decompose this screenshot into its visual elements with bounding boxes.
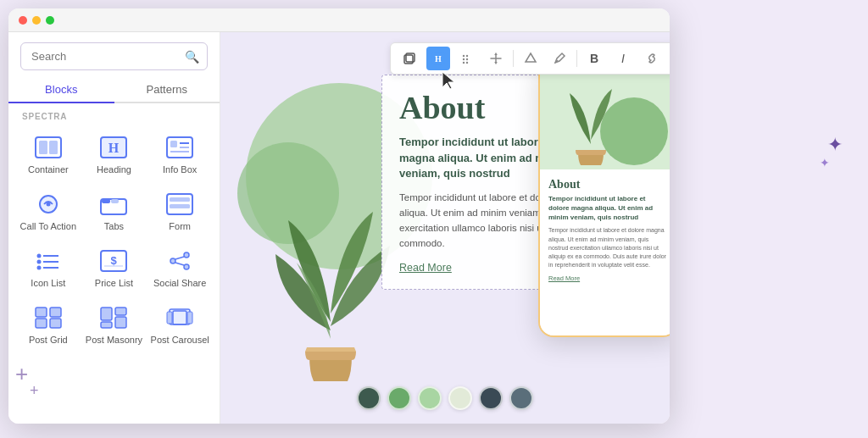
swatch-5[interactable]	[479, 386, 503, 410]
block-post-carousel[interactable]: Post Carousel	[147, 297, 213, 352]
plus-2: +	[30, 382, 39, 400]
svg-point-29	[184, 264, 189, 269]
sparkle-2: ✦	[820, 157, 830, 169]
heading-icon: H	[98, 135, 129, 160]
mobile-subtitle: Tempor incididunt ut labore et dolore ma…	[548, 195, 668, 222]
color-swatches	[357, 386, 533, 410]
plus-1: +	[15, 361, 28, 387]
block-container-label: Container	[28, 164, 69, 175]
block-social-share-label: Social Share	[153, 278, 206, 288]
sidebar: 🔍 Blocks Patterns SPECTRA Container	[8, 32, 220, 424]
svg-rect-16	[170, 197, 190, 202]
mobile-inner: About Tempor incididunt ut labore et dol…	[540, 59, 670, 335]
svg-line-31	[175, 263, 184, 265]
toolbar-more-options-button[interactable]	[669, 47, 670, 70]
block-container[interactable]: Container	[15, 126, 81, 181]
svg-point-48	[463, 55, 465, 57]
toolbar-copy-button[interactable]	[398, 47, 421, 70]
toolbar-move-button[interactable]	[455, 47, 479, 70]
mobile-read-more[interactable]: Read More	[548, 274, 668, 282]
browser-window: 🔍 Blocks Patterns SPECTRA Container	[8, 8, 670, 424]
svg-rect-36	[101, 308, 112, 320]
toolbar-divider-2	[576, 50, 577, 67]
svg-point-28	[184, 252, 189, 258]
block-tabs[interactable]: Tabs	[81, 183, 147, 238]
tab-patterns[interactable]: Patterns	[114, 77, 220, 102]
block-call-to-action-label: Call To Action	[20, 221, 76, 231]
block-info-box[interactable]: Info Box	[147, 126, 213, 181]
post-masonry-icon	[98, 305, 129, 330]
toolbar-link-button[interactable]	[640, 47, 664, 70]
svg-rect-32	[36, 308, 47, 317]
svg-point-49	[463, 58, 465, 60]
browser-titlebar	[8, 8, 670, 32]
svg-rect-37	[115, 308, 126, 315]
block-post-masonry[interactable]: Post Masonry	[81, 297, 147, 352]
svg-point-11	[46, 202, 50, 207]
svg-rect-13	[102, 199, 110, 203]
container-icon	[33, 135, 64, 160]
search-input[interactable]	[20, 42, 208, 70]
svg-text:$: $	[111, 254, 118, 267]
canvas-area[interactable]: H B I	[220, 32, 670, 424]
svg-point-22	[36, 266, 41, 270]
toolbar-italic-button[interactable]: I	[611, 47, 635, 70]
block-social-share[interactable]: Social Share	[147, 240, 213, 295]
sidebar-tabs: Blocks Patterns	[8, 77, 220, 103]
mobile-body: Tempor incididunt ut labore et dolore ma…	[548, 226, 668, 269]
mobile-preview: About Tempor incididunt ut labore et dol…	[538, 58, 670, 337]
traffic-light-red[interactable]	[19, 16, 27, 25]
section-label-spectra: SPECTRA	[8, 108, 220, 126]
traffic-light-green[interactable]	[46, 16, 54, 25]
toolbar-color-button[interactable]	[519, 47, 542, 70]
svg-rect-39	[115, 317, 126, 328]
block-icon-list[interactable]: Icon List	[15, 240, 81, 295]
block-info-box-label: Info Box	[163, 164, 197, 175]
toolbar-divider-1	[513, 50, 514, 67]
traffic-light-yellow[interactable]	[32, 16, 41, 25]
toolbar: H B I	[390, 42, 670, 75]
toolbar-heading-button[interactable]: H	[426, 47, 450, 70]
svg-rect-38	[101, 322, 112, 328]
svg-point-50	[463, 62, 465, 64]
svg-rect-42	[187, 312, 192, 324]
swatch-1[interactable]	[357, 386, 381, 410]
swatch-6[interactable]	[509, 386, 533, 410]
post-carousel-icon	[164, 305, 195, 330]
svg-rect-14	[111, 199, 119, 203]
svg-point-51	[466, 55, 468, 57]
svg-rect-35	[50, 319, 61, 328]
search-icon: 🔍	[185, 50, 199, 64]
block-call-to-action[interactable]: Call To Action	[15, 183, 81, 238]
swatch-3[interactable]	[418, 386, 442, 410]
browser-body: 🔍 Blocks Patterns SPECTRA Container	[8, 32, 670, 424]
mobile-title: About	[548, 178, 668, 191]
tabs-icon	[98, 191, 129, 217]
block-post-grid[interactable]: Post Grid	[15, 297, 81, 352]
search-bar: 🔍	[20, 42, 208, 70]
swatch-4[interactable]	[448, 386, 472, 410]
svg-rect-17	[170, 204, 190, 208]
block-heading-label: Heading	[97, 164, 131, 175]
toolbar-bold-button[interactable]: B	[582, 47, 606, 70]
cursor	[441, 70, 458, 91]
svg-point-52	[466, 58, 468, 60]
tab-blocks[interactable]: Blocks	[8, 77, 114, 103]
block-price-list[interactable]: $ Price List	[81, 240, 147, 295]
svg-rect-33	[50, 308, 61, 317]
svg-text:H: H	[108, 141, 120, 155]
social-share-icon	[164, 248, 195, 274]
svg-point-18	[36, 254, 41, 258]
svg-rect-1	[39, 141, 47, 154]
sparkle-1: ✦	[827, 136, 843, 154]
toolbar-arrows-button[interactable]	[484, 47, 508, 70]
svg-point-27	[170, 258, 175, 263]
swatch-2[interactable]	[387, 386, 411, 410]
icon-list-icon	[33, 248, 64, 274]
svg-rect-6	[170, 141, 177, 147]
block-heading[interactable]: H Heading	[81, 126, 147, 181]
svg-rect-34	[36, 319, 47, 328]
toolbar-pen-button[interactable]	[548, 47, 571, 70]
block-form[interactable]: Form	[147, 183, 213, 238]
mobile-content: About Tempor incididunt ut labore et dol…	[540, 169, 670, 335]
